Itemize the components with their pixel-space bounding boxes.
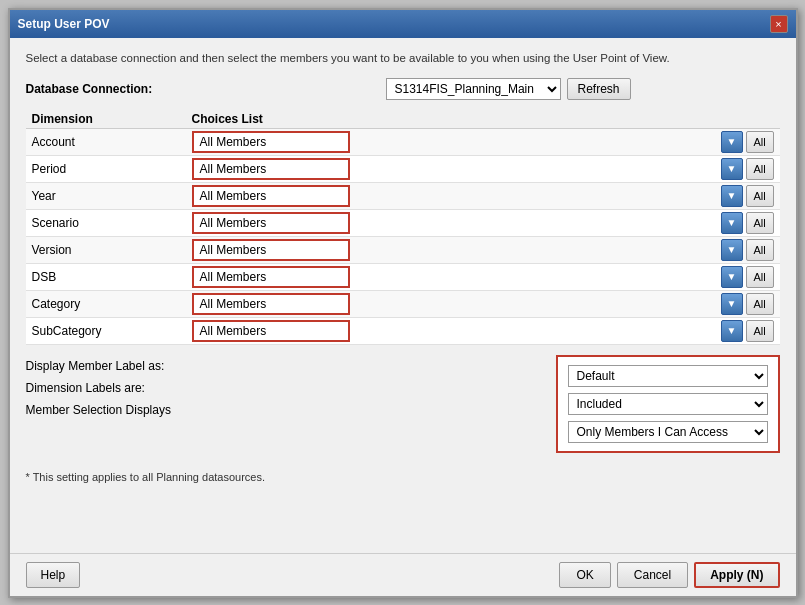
refresh-button[interactable]: Refresh <box>567 78 631 100</box>
db-connection-select[interactable]: S1314FIS_Planning_Main <box>386 78 561 100</box>
table-row: YearAll Members▼All <box>26 182 780 209</box>
member-selection-row: Only Members I Can Access <box>568 421 768 443</box>
settings-area: Display Member Label as: Dimension Label… <box>26 355 780 461</box>
table-row: VersionAll Members▼All <box>26 236 780 263</box>
dimensions-table: Dimension Choices List AccountAll Member… <box>26 110 780 345</box>
dimension-cell: Year <box>26 182 186 209</box>
db-connection-label: Database Connection: <box>26 82 166 96</box>
all-button[interactable]: All <box>746 158 774 180</box>
db-connection-row: Database Connection: S1314FIS_Planning_M… <box>26 78 780 100</box>
dimension-labels-label: Dimension Labels are: <box>26 377 198 399</box>
table-row: CategoryAll Members▼All <box>26 290 780 317</box>
choices-cell: All Members <box>192 320 350 342</box>
dimension-labels-select[interactable]: Included <box>568 393 768 415</box>
member-selector-icon-button[interactable]: ▼ <box>721 185 743 207</box>
display-member-label: Display Member Label as: <box>26 355 198 377</box>
dimension-labels-row: Included <box>568 393 768 415</box>
apply-button[interactable]: Apply (N) <box>694 562 779 588</box>
all-button[interactable]: All <box>746 320 774 342</box>
member-selector-icon-button[interactable]: ▼ <box>721 158 743 180</box>
member-selector-icon-button[interactable]: ▼ <box>721 293 743 315</box>
cancel-button[interactable]: Cancel <box>617 562 688 588</box>
intro-text: Select a database connection and then se… <box>26 50 780 66</box>
ok-button[interactable]: OK <box>559 562 610 588</box>
settings-labels: Display Member Label as: Dimension Label… <box>26 355 198 421</box>
settings-selects: Default Included Only Members I Can Acce… <box>556 355 780 453</box>
table-row: SubCategoryAll Members▼All <box>26 317 780 344</box>
table-row: PeriodAll Members▼All <box>26 155 780 182</box>
bottom-buttons-bar: Help OK Cancel Apply (N) <box>10 553 796 596</box>
member-selector-icon-button[interactable]: ▼ <box>721 131 743 153</box>
member-selector-icon-button[interactable]: ▼ <box>721 320 743 342</box>
right-buttons: OK Cancel Apply (N) <box>559 562 779 588</box>
all-button[interactable]: All <box>746 185 774 207</box>
choices-cell: All Members <box>192 239 350 261</box>
dialog-body: Select a database connection and then se… <box>10 38 796 553</box>
dimension-cell: DSB <box>26 263 186 290</box>
close-button[interactable]: × <box>770 15 788 33</box>
all-button[interactable]: All <box>746 293 774 315</box>
choices-cell: All Members <box>192 158 350 180</box>
help-button[interactable]: Help <box>26 562 81 588</box>
member-selection-select[interactable]: Only Members I Can Access <box>568 421 768 443</box>
all-button[interactable]: All <box>746 266 774 288</box>
display-member-select[interactable]: Default <box>568 365 768 387</box>
choices-cell: All Members <box>192 212 350 234</box>
choices-cell: All Members <box>192 293 350 315</box>
member-selector-icon-button[interactable]: ▼ <box>721 239 743 261</box>
choices-cell: All Members <box>192 131 350 153</box>
dimension-header: Dimension <box>26 110 186 129</box>
dialog-title: Setup User POV <box>18 17 110 31</box>
title-bar: Setup User POV × <box>10 10 796 38</box>
db-select-container: S1314FIS_Planning_Main Refresh <box>386 78 631 100</box>
choices-header: Choices List <box>186 110 356 129</box>
member-selector-icon-button[interactable]: ▼ <box>721 212 743 234</box>
choices-cell: All Members <box>192 185 350 207</box>
setup-user-pov-dialog: Setup User POV × Select a database conne… <box>8 8 798 598</box>
member-selection-label: Member Selection Displays <box>26 399 198 421</box>
choices-cell: All Members <box>192 266 350 288</box>
dimension-cell: Account <box>26 128 186 155</box>
display-member-row: Default <box>568 365 768 387</box>
dimension-cell: SubCategory <box>26 317 186 344</box>
table-row: AccountAll Members▼All <box>26 128 780 155</box>
member-selector-icon-button[interactable]: ▼ <box>721 266 743 288</box>
dimension-cell: Category <box>26 290 186 317</box>
dimension-cell: Period <box>26 155 186 182</box>
table-row: DSBAll Members▼All <box>26 263 780 290</box>
settings-note: * This setting applies to all Planning d… <box>26 471 780 483</box>
dimension-cell: Scenario <box>26 209 186 236</box>
dimension-cell: Version <box>26 236 186 263</box>
all-button[interactable]: All <box>746 239 774 261</box>
table-row: ScenarioAll Members▼All <box>26 209 780 236</box>
all-button[interactable]: All <box>746 131 774 153</box>
all-button[interactable]: All <box>746 212 774 234</box>
